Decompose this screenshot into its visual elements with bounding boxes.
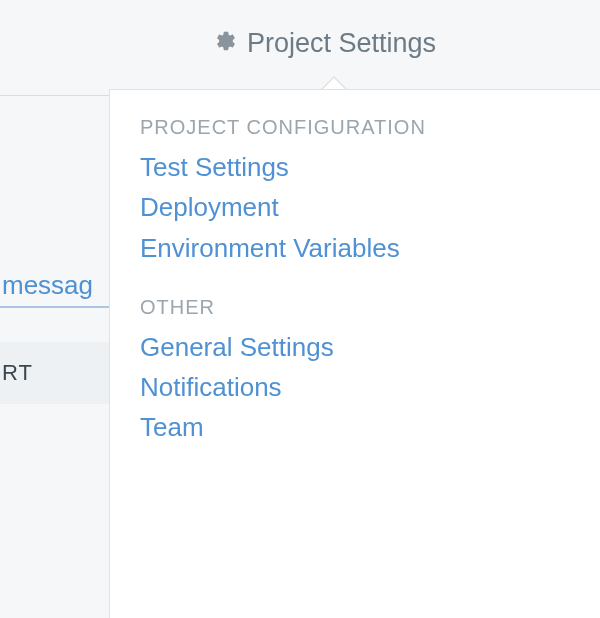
settings-dropdown-panel: PROJECT CONFIGURATION Test Settings Depl… <box>109 89 600 618</box>
menu-item-test-settings[interactable]: Test Settings <box>140 147 570 187</box>
project-settings-button[interactable]: Project Settings <box>215 28 436 59</box>
menu-item-deployment[interactable]: Deployment <box>140 187 570 227</box>
dropdown-arrow <box>320 76 348 90</box>
settings-label: Project Settings <box>247 28 436 59</box>
menu-item-notifications[interactable]: Notifications <box>140 367 570 407</box>
menu-item-env-vars[interactable]: Environment Variables <box>140 228 570 268</box>
menu-item-team[interactable]: Team <box>140 407 570 447</box>
menu-item-general-settings[interactable]: General Settings <box>140 327 570 367</box>
section-heading-config: PROJECT CONFIGURATION <box>140 116 570 139</box>
gear-icon <box>215 28 237 59</box>
partial-row-rt[interactable]: RT <box>0 342 110 404</box>
section-heading-other: OTHER <box>140 296 570 319</box>
topbar: Project Settings <box>0 0 600 96</box>
partial-link-messag[interactable]: messag <box>0 264 110 308</box>
